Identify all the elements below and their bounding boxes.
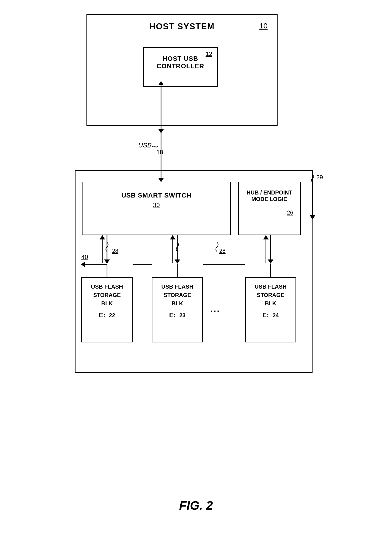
usb-flash-label-1: USB FLASH STORAGE BLK [82, 278, 132, 308]
usb-number: 18 [156, 149, 163, 156]
hub-endpoint-box: HUB / ENDPOINT MODE LOGIC 26 [238, 182, 301, 235]
usb-flash-endpoint-3: E: 24 [246, 311, 296, 319]
group-number-40: 40 [81, 254, 88, 261]
figure-label: FIG. 2 [179, 498, 213, 512]
host-usb-controller-box: HOST USB CONTROLLER 12 [143, 47, 218, 87]
hub-endpoint-number: 26 [241, 209, 298, 216]
ellipsis: ... [211, 304, 220, 314]
usb-smart-switch-box: USB SMART SWITCH 30 [82, 182, 231, 235]
hub-endpoint-label-line2: MODE LOGIC [241, 196, 298, 202]
usb-smart-switch-number: 30 [83, 201, 230, 209]
usb-flash-block-3: USB FLASH STORAGE BLK E: 24 [245, 277, 296, 342]
usb-flash-label-2: USB FLASH STORAGE BLK [152, 278, 202, 308]
host-system-label: HOST SYSTEM [149, 22, 215, 31]
usb-flash-label-3: USB FLASH STORAGE BLK [246, 278, 296, 308]
host-system-number: 10 [259, 22, 267, 30]
usb-flash-endpoint-2: E: 23 [152, 311, 202, 319]
hub-endpoint-label-line1: HUB / ENDPOINT [241, 189, 298, 196]
host-usb-controller-number: 12 [205, 50, 212, 58]
usb-flash-endpoint-1: E: 22 [82, 311, 132, 319]
usb-label: USB [138, 142, 152, 149]
device-number-29: 29 [316, 174, 323, 181]
usb-flash-block-2: USB FLASH STORAGE BLK E: 23 [152, 277, 203, 342]
usb-smart-switch-label: USB SMART SWITCH [83, 192, 230, 199]
host-system-box: HOST SYSTEM 10 HOST USB CONTROLLER 12 [86, 14, 278, 126]
host-usb-controller-label-line2: CONTROLLER [144, 62, 217, 70]
usb-flash-block-1: USB FLASH STORAGE BLK E: 22 [81, 277, 133, 342]
svg-marker-9 [158, 129, 164, 133]
